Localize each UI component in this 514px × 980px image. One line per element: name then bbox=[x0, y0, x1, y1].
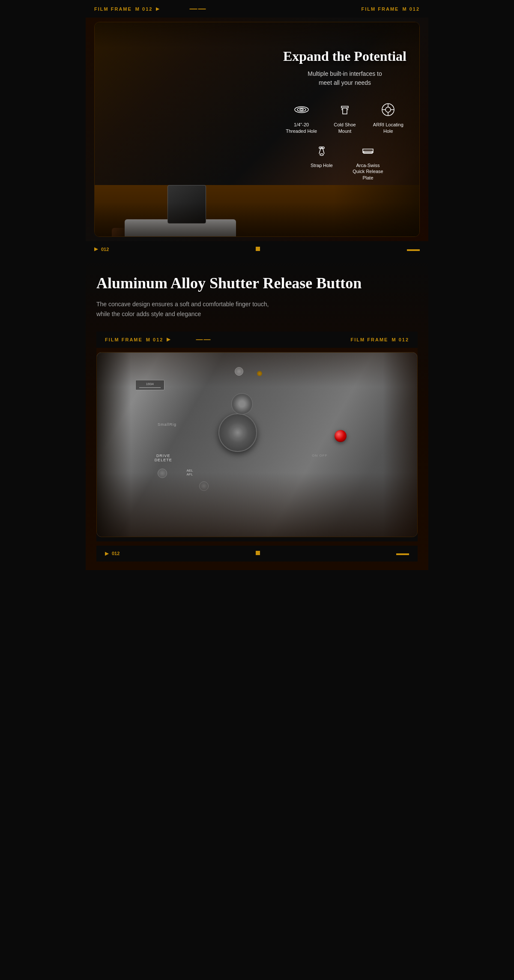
film-header-2-left: FILM FRAME M 012 ▶ —— bbox=[105, 336, 211, 344]
film-header-left: FILM FRAME M 012 ▶ —— bbox=[94, 4, 206, 13]
aluminum-alloy-title: Aluminum Alloy Shutter Release Button bbox=[96, 274, 418, 293]
film-label-2-1: FILM FRAME bbox=[105, 337, 143, 342]
camera-top-frame: 1934 SmallRig DRIVEDELETE AELAFL ON OFF bbox=[96, 352, 418, 537]
film-strip-bottom-1: ▶ 012 bbox=[86, 241, 428, 257]
feature-arca-swiss: Arca-SwissQuick Release Plate bbox=[348, 141, 388, 181]
expand-title: Expand the Potential bbox=[283, 48, 406, 64]
smallrig-logo-text: SmallRig bbox=[158, 422, 176, 427]
arri-hole-label: ARRI LocatingHole bbox=[373, 122, 403, 134]
film-dash-2: —— bbox=[196, 336, 211, 344]
section-aluminum-alloy: Aluminum Alloy Shutter Release Button Th… bbox=[86, 257, 428, 570]
threaded-hole-label: 1/4"-20Threaded Hole bbox=[286, 122, 317, 134]
camera-top-image: 1934 SmallRig DRIVEDELETE AELAFL ON OFF bbox=[97, 353, 417, 537]
expand-subtitle: Multiple built-in interfaces to meet all… bbox=[283, 69, 406, 87]
film-strip-header-1: FILM FRAME M 012 ▶ —— FILM FRAME M 012 bbox=[86, 0, 428, 18]
film-bottom-2-center bbox=[256, 551, 260, 556]
film-label-2-r1: FILM FRAME bbox=[351, 337, 388, 342]
camera-frame-1: SmallRig Expand the Potential Multiple b… bbox=[94, 22, 420, 237]
film-square-2 bbox=[256, 551, 260, 555]
film-number-bottom-1: 012 bbox=[101, 247, 109, 252]
svg-point-14 bbox=[320, 154, 323, 155]
film-bottom-left: ▶ 012 bbox=[94, 246, 109, 252]
film-arrow-bottom-2: ▶ bbox=[105, 551, 108, 556]
svg-point-8 bbox=[386, 107, 391, 112]
film-header-right: FILM FRAME M 012 bbox=[362, 6, 420, 12]
film-arrow-icon-1: ▶ bbox=[156, 6, 160, 11]
film-number-bottom-2: 012 bbox=[112, 551, 120, 556]
film-header-2-right: FILM FRAME M 012 bbox=[351, 337, 409, 342]
svg-point-2 bbox=[300, 109, 303, 111]
camera-dial-large bbox=[218, 413, 257, 452]
film-dash-center: —— bbox=[189, 4, 206, 13]
svg-rect-4 bbox=[343, 108, 347, 114]
feature-strap-hole: Strap Hole bbox=[302, 141, 341, 181]
film-number-2-1: M 012 bbox=[146, 337, 164, 342]
section-camera-top: 1934 SmallRig DRIVEDELETE AELAFL ON OFF bbox=[96, 348, 418, 541]
film-bottom-center bbox=[256, 247, 260, 252]
cam-gradient-top bbox=[97, 353, 417, 387]
arca-swiss-icon bbox=[359, 141, 377, 160]
film-strip-bottom-2: ▶ 012 bbox=[96, 546, 418, 562]
feature-threaded-hole: 1/4"-20Threaded Hole bbox=[283, 100, 320, 134]
img-gradient-top bbox=[95, 22, 419, 48]
threaded-hole-icon bbox=[292, 100, 311, 119]
cold-shoe-label: Cold ShoeMount bbox=[334, 122, 356, 134]
cam-gradient-right bbox=[383, 353, 417, 537]
film-bottom-2-left: ▶ 012 bbox=[105, 551, 120, 556]
feature-arri-hole: ARRI LocatingHole bbox=[370, 100, 406, 134]
on-off-label: ON OFF bbox=[312, 454, 327, 457]
film-label-r1: FILM FRAME bbox=[362, 6, 399, 12]
film-strip-header-2: FILM FRAME M 012 ▶ —— FILM FRAME M 012 bbox=[96, 332, 418, 348]
drive-delete-label: DRIVEDELETE bbox=[155, 454, 172, 462]
film-number-2-r1: M 012 bbox=[391, 337, 409, 342]
film-number-1: M 012 bbox=[135, 6, 153, 12]
film-bottom-2-right bbox=[396, 551, 409, 556]
feature-cold-shoe: Cold ShoeMount bbox=[326, 100, 363, 134]
svg-rect-16 bbox=[364, 151, 372, 153]
film-bottom-right bbox=[407, 247, 420, 252]
camera-image-1: SmallRig Expand the Potential Multiple b… bbox=[95, 22, 419, 236]
meter-bar bbox=[139, 387, 161, 388]
features-grid-row2: Strap Hole Arca-SwissQuick Release Plate bbox=[302, 141, 388, 181]
film-number-r1: M 012 bbox=[402, 6, 420, 12]
film-label-1: FILM FRAME bbox=[94, 6, 132, 12]
cold-shoe-icon bbox=[335, 100, 354, 119]
features-grid-row1: 1/4"-20Threaded Hole Cold ShoeM bbox=[283, 100, 406, 134]
arca-swiss-label: Arca-SwissQuick Release Plate bbox=[348, 162, 388, 181]
film-arrow-bottom-1: ▶ bbox=[94, 246, 98, 252]
aluminum-alloy-desc: The concave design ensures a soft and co… bbox=[96, 299, 311, 319]
film-line-2 bbox=[396, 553, 409, 555]
film-square-1 bbox=[256, 247, 260, 251]
features-overlay: Expand the Potential Multiple built-in i… bbox=[283, 48, 406, 181]
strap-hole-icon bbox=[312, 141, 331, 160]
arri-hole-icon bbox=[379, 100, 397, 119]
camera-dial-small bbox=[231, 393, 253, 415]
strap-hole-label: Strap Hole bbox=[311, 162, 333, 168]
img-gradient-bottom bbox=[95, 202, 419, 236]
film-arrow-2: ▶ bbox=[167, 337, 171, 342]
shutter-button-red bbox=[335, 430, 347, 442]
cam-gradient-bottom bbox=[97, 472, 417, 537]
section-expand-potential: SmallRig Expand the Potential Multiple b… bbox=[86, 18, 428, 241]
film-line-1 bbox=[407, 249, 420, 251]
cam-gradient-left bbox=[97, 353, 131, 537]
